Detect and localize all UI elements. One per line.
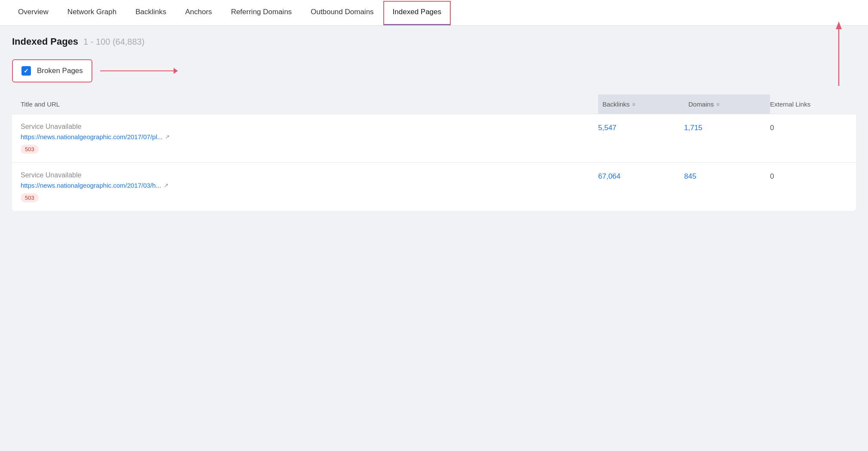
- col-external-links: External Links: [770, 101, 847, 108]
- page-range: 1 - 100 (64,883): [83, 37, 144, 47]
- cell-backlinks-2: 67,064: [598, 171, 684, 202]
- external-link-icon-2: ↗︎: [164, 182, 168, 189]
- broken-pages-filter[interactable]: ✓ Broken Pages: [12, 59, 92, 82]
- row-url-2[interactable]: https://news.nationalgeographic.com/2017…: [21, 182, 598, 189]
- status-badge-2: 503: [21, 193, 39, 202]
- sort-icon-domains: ≡: [716, 101, 719, 107]
- broken-pages-label: Broken Pages: [37, 67, 83, 75]
- table-row: Service Unavailable https://news.nationa…: [12, 114, 856, 162]
- row-title-1: Service Unavailable: [21, 123, 598, 131]
- status-badge-1: 503: [21, 145, 39, 154]
- checkmark-icon: ✓: [24, 68, 29, 74]
- nav-item-indexed-pages[interactable]: Indexed Pages: [383, 0, 451, 25]
- table-header: Title and URL Backlinks ≡ Domains ≡ Exte…: [12, 94, 856, 114]
- indexed-pages-table: Title and URL Backlinks ≡ Domains ≡ Exte…: [12, 94, 856, 211]
- col-title-url: Title and URL: [21, 101, 598, 108]
- table-row: Service Unavailable https://news.nationa…: [12, 162, 856, 211]
- broken-pages-checkbox[interactable]: ✓: [21, 66, 31, 76]
- content-area: Indexed Pages 1 - 100 (64,883) ✓ Broken …: [0, 26, 868, 221]
- nav-item-backlinks[interactable]: Backlinks: [126, 0, 176, 25]
- page-title-row: Indexed Pages 1 - 100 (64,883): [12, 36, 856, 47]
- page-title: Indexed Pages: [12, 36, 78, 47]
- cell-backlinks-1: 5,547: [598, 123, 684, 154]
- col-domains: Domains ≡: [684, 94, 770, 114]
- cell-external-links-2: 0: [770, 171, 847, 202]
- cell-title-url-2: Service Unavailable https://news.nationa…: [21, 171, 598, 202]
- nav-item-network-graph[interactable]: Network Graph: [58, 0, 126, 25]
- arrow-line: [100, 70, 177, 72]
- filter-row: ✓ Broken Pages: [12, 59, 856, 82]
- nav-item-outbound-domains[interactable]: Outbound Domains: [301, 0, 383, 25]
- cell-domains-2: 845: [684, 171, 770, 202]
- cell-external-links-1: 0: [770, 123, 847, 154]
- row-title-2: Service Unavailable: [21, 171, 598, 179]
- nav-bar: Overview Network Graph Backlinks Anchors…: [0, 0, 868, 26]
- cell-title-url-1: Service Unavailable https://news.nationa…: [21, 123, 598, 154]
- cell-domains-1: 1,715: [684, 123, 770, 154]
- external-link-icon-1: ↗︎: [165, 134, 170, 140]
- nav-item-anchors[interactable]: Anchors: [176, 0, 221, 25]
- nav-item-overview[interactable]: Overview: [9, 0, 58, 25]
- filter-annotation-arrow: [100, 70, 177, 72]
- nav-item-referring-domains[interactable]: Referring Domains: [221, 0, 301, 25]
- sort-icon-backlinks: ≡: [632, 101, 635, 107]
- col-backlinks: Backlinks ≡: [598, 94, 684, 114]
- row-url-1[interactable]: https://news.nationalgeographic.com/2017…: [21, 133, 598, 140]
